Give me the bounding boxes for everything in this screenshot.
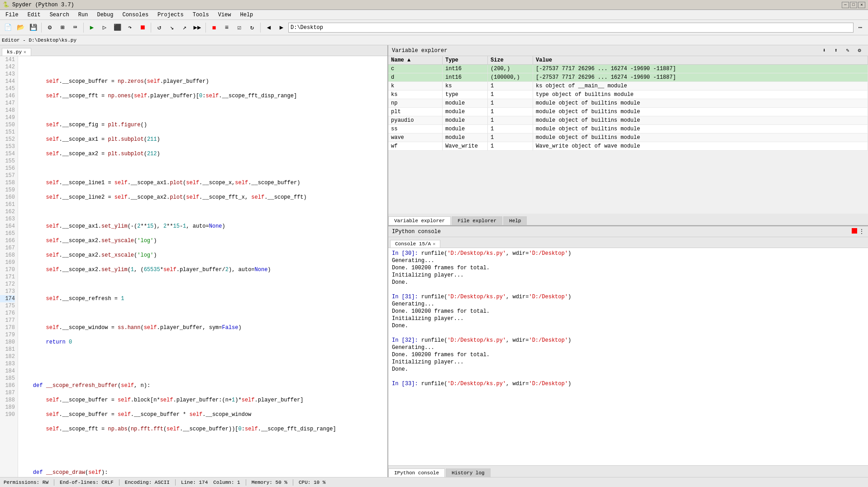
var-size: 1 <box>488 82 533 90</box>
console-out-32: Generating...Done. 100200 frames for tot… <box>392 344 864 373</box>
var-type: module <box>443 99 488 107</box>
var-row-wave[interactable]: wave module 1 module object of builtins … <box>388 134 868 142</box>
undock-button[interactable]: ⊞ <box>57 22 68 33</box>
new-file-button[interactable]: 📄 <box>2 22 14 33</box>
menu-view[interactable]: View <box>215 11 235 19</box>
code-line: self.__scope_window = ss.hann(self.playe… <box>20 324 386 331</box>
tab-history-log[interactable]: History log <box>446 468 491 477</box>
menu-search[interactable]: Search <box>46 11 73 19</box>
code-line <box>20 165 386 172</box>
col-size[interactable]: Size <box>488 56 533 64</box>
run-file-button[interactable]: ▷ <box>99 22 110 33</box>
editor-tab-ks[interactable]: ks.py ✕ <box>2 48 31 56</box>
line-num: 163 <box>0 215 15 223</box>
code-line: def __scope_refresh_buffer(self, n): <box>20 382 386 389</box>
line-num: 151 <box>0 129 15 136</box>
step-out-button[interactable]: ↗ <box>179 22 191 33</box>
line-num: 189 <box>0 404 15 411</box>
menu-debug[interactable]: Debug <box>93 11 117 19</box>
line-num-current: 174 <box>0 295 15 302</box>
tab-help[interactable]: Help <box>503 216 527 225</box>
var-export-button[interactable]: ⬆ <box>831 46 841 55</box>
var-name: ks <box>388 91 443 99</box>
open-file-button[interactable]: 📂 <box>14 22 26 33</box>
line-num: 190 <box>0 411 15 418</box>
var-name: wf <box>388 142 443 150</box>
preferences-button[interactable]: ⚙ <box>44 22 56 33</box>
code-line: self.__scope_ax2 = plt.subplot(212) <box>20 150 386 158</box>
line-num: 144 <box>0 78 15 85</box>
var-row-np[interactable]: np module 1 module object of builtins mo… <box>388 99 868 108</box>
col-value[interactable]: Value <box>533 56 868 64</box>
var-name: k <box>388 82 443 90</box>
app-icon: 🐍 <box>3 1 10 8</box>
menu-consoles[interactable]: Consoles <box>119 11 152 19</box>
main-layout: ks.py ✕ 141 142 143 144 145 146 147 148 … <box>0 45 868 477</box>
code-editor[interactable]: self.__scope_buffer = np.zeros(self.play… <box>18 56 387 477</box>
shortcuts-button[interactable]: ⌨ <box>69 22 81 33</box>
line-num: 178 <box>0 324 15 331</box>
tab-ipython-console[interactable]: IPython console <box>388 468 445 477</box>
code-line: self.__scope_line2 = self.__scope_ax2.pl… <box>20 194 386 201</box>
line-num: 182 <box>0 353 15 360</box>
var-row-k[interactable]: k ks 1 ks object of __main__ module <box>388 82 868 91</box>
var-type: ks <box>443 82 488 90</box>
run-button[interactable]: ▶ <box>86 22 98 33</box>
var-import-button[interactable]: ⬇ <box>819 46 829 55</box>
console-options-icon[interactable]: ⋮ <box>859 228 864 235</box>
menu-tools[interactable]: Tools <box>189 11 213 19</box>
minimize-button[interactable]: ─ <box>842 2 849 8</box>
restart-button[interactable]: ↺ <box>153 22 165 33</box>
menu-file[interactable]: File <box>2 11 22 19</box>
var-row-plt[interactable]: plt module 1 module object of builtins m… <box>388 108 868 116</box>
titlebar-controls: ─ □ ✕ <box>842 2 865 8</box>
path-bar[interactable]: D:\Desktop <box>288 23 854 33</box>
editor-tabs: ks.py ✕ <box>0 45 387 56</box>
var-settings-button[interactable]: ⚙ <box>854 46 864 55</box>
menu-run[interactable]: Run <box>75 11 92 19</box>
code-line: self.__scope_fig = plt.figure() <box>20 121 386 129</box>
menu-edit[interactable]: Edit <box>24 11 44 19</box>
menu-projects[interactable]: Projects <box>154 11 187 19</box>
browse-button[interactable]: ⋯ <box>854 22 866 33</box>
step-button[interactable]: ↷ <box>124 22 136 33</box>
close-button[interactable]: ✕ <box>858 2 865 8</box>
todo-button[interactable]: ☑ <box>234 22 245 33</box>
col-type[interactable]: Type <box>443 56 488 64</box>
var-size: 1 <box>488 134 533 142</box>
var-value: module object of builtins module <box>533 108 868 116</box>
var-row-d[interactable]: d int16 (100000,) [-27537 7717 26296 ...… <box>388 73 868 82</box>
nav-forward-button[interactable]: ▶ <box>276 22 287 33</box>
toolbar-sep-2 <box>83 23 84 33</box>
menu-help[interactable]: Help <box>237 11 257 19</box>
editor-tab-close[interactable]: ✕ <box>24 49 26 55</box>
debug-button[interactable]: ⬛ <box>111 22 123 33</box>
code-line <box>20 310 386 317</box>
line-num: 181 <box>0 346 15 353</box>
console-options: ⋮ <box>859 228 864 235</box>
stop-button[interactable]: ⏹ <box>137 22 148 33</box>
refresh-button[interactable]: ↻ <box>246 22 258 33</box>
var-name: plt <box>388 108 443 116</box>
continue-button[interactable]: ▶▶ <box>191 22 203 33</box>
var-row-pyaudio[interactable]: pyaudio module 1 module object of builti… <box>388 116 868 125</box>
tab-file-explorer[interactable]: File explorer <box>452 216 502 225</box>
nav-back-button[interactable]: ◀ <box>263 22 275 33</box>
cell-run-button[interactable]: ≡ <box>221 22 233 33</box>
var-row-ss[interactable]: ss module 1 module object of builtins mo… <box>388 125 868 134</box>
var-row-ks[interactable]: ks type 1 type object of builtins module <box>388 91 868 99</box>
tab-variable-explorer[interactable]: Variable explorer <box>388 216 451 225</box>
console-output[interactable]: In [30]: runfile('D:/Desktop/ks.py', wdi… <box>388 248 868 465</box>
line-num: 141 <box>0 56 15 63</box>
var-row-c[interactable]: c int16 (200,) [-27537 7717 26296 ... 16… <box>388 65 868 73</box>
console-tab-15a[interactable]: Console 15/A ✕ <box>390 240 440 248</box>
step-into-button[interactable]: ↘ <box>166 22 178 33</box>
maximize-button[interactable]: □ <box>850 2 857 8</box>
console-tab-close[interactable]: ✕ <box>433 241 435 247</box>
col-name[interactable]: Name ▲ <box>388 56 443 64</box>
stop2-button[interactable]: ◼ <box>208 22 220 33</box>
var-options-button[interactable]: ✎ <box>843 46 853 55</box>
var-row-wf[interactable]: wf Wave_write 1 Wave_write object of wav… <box>388 142 868 151</box>
save-file-button[interactable]: 💾 <box>27 22 39 33</box>
line-num: 146 <box>0 92 15 100</box>
